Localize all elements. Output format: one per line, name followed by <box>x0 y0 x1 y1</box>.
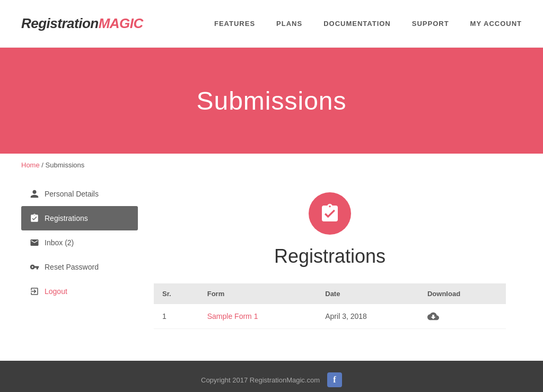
nav-my-account[interactable]: MY ACCOUNT <box>470 20 522 28</box>
form-link[interactable]: Sample Form 1 <box>207 312 258 320</box>
key-icon <box>30 262 39 272</box>
table-header-row: Sr. Form Date Download <box>154 283 506 304</box>
main-nav: FEATURES PLANS DOCUMENTATION SUPPORT MY … <box>214 20 522 28</box>
facebook-icon[interactable]: f <box>327 372 342 387</box>
registrations-circle-icon <box>309 192 351 235</box>
footer: Copyright 2017 RegistrationMagic.com f <box>0 361 543 392</box>
cell-sr: 1 <box>154 304 199 329</box>
sidebar-inbox-label: Inbox (2) <box>45 238 74 247</box>
envelope-icon <box>30 238 39 247</box>
content-area: Registrations Sr. Form Date Download 1 <box>138 176 522 340</box>
main-content: Personal Details Registrations <box>0 176 543 361</box>
sidebar-item-logout[interactable]: Logout <box>21 279 138 304</box>
sign-out-icon <box>30 287 39 296</box>
sidebar-item-inbox[interactable]: Inbox (2) <box>21 230 138 255</box>
breadcrumb-separator: / <box>41 161 45 169</box>
col-download: Download <box>419 283 506 304</box>
breadcrumb-current: Submissions <box>46 161 85 169</box>
nav-plans[interactable]: PLANS <box>276 20 302 28</box>
content-title: Registrations <box>154 245 506 268</box>
logo-text-magic: MAGIC <box>99 15 143 31</box>
header: RegistrationMAGIC FEATURES PLANS DOCUMEN… <box>0 0 543 48</box>
sidebar-logout-label: Logout <box>45 287 67 296</box>
hero-banner: Submissions <box>0 48 543 154</box>
col-form: Form <box>199 283 317 304</box>
nav-documentation[interactable]: DOCUMENTATION <box>323 20 391 28</box>
sidebar-personal-details-label: Personal Details <box>45 190 99 198</box>
cell-form: Sample Form 1 <box>199 304 317 329</box>
cell-date: April 3, 2018 <box>317 304 419 329</box>
sidebar: Personal Details Registrations <box>21 176 138 340</box>
registrations-table: Sr. Form Date Download 1 Sample Form 1 <box>154 283 506 329</box>
clipboard-check-icon <box>30 213 39 223</box>
hero-title: Submissions <box>196 86 346 115</box>
col-date: Date <box>317 283 419 304</box>
sidebar-registrations-label: Registrations <box>45 214 88 222</box>
cell-download <box>419 304 506 329</box>
breadcrumb: Home / Submissions <box>0 154 543 176</box>
sidebar-reset-password-label: Reset Password <box>45 263 99 271</box>
logo-text-registration: Registration <box>21 15 99 31</box>
logo: RegistrationMAGIC <box>21 15 143 32</box>
sidebar-item-reset-password[interactable]: Reset Password <box>21 255 138 279</box>
nav-support[interactable]: SUPPORT <box>412 20 449 28</box>
registrations-icon-wrap <box>154 192 506 235</box>
table-row: 1 Sample Form 1 April 3, 2018 <box>154 304 506 329</box>
sidebar-item-personal-details[interactable]: Personal Details <box>21 182 138 206</box>
breadcrumb-home[interactable]: Home <box>21 161 40 169</box>
copyright-text: Copyright 2017 RegistrationMagic.com <box>201 376 320 384</box>
person-icon <box>30 189 39 199</box>
nav-features[interactable]: FEATURES <box>214 20 255 28</box>
sidebar-item-registrations[interactable]: Registrations <box>21 206 138 230</box>
download-icon[interactable] <box>427 310 497 322</box>
col-sr: Sr. <box>154 283 199 304</box>
